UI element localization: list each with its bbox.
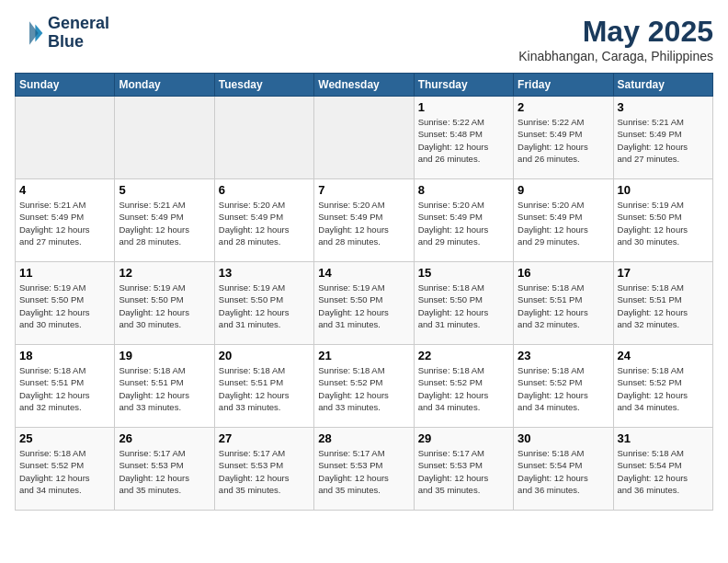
calendar-cell: 5Sunrise: 5:21 AM Sunset: 5:49 PM Daylig… [115,179,214,262]
day-number: 21 [318,349,409,362]
day-info: Sunrise: 5:18 AM Sunset: 5:51 PM Dayligh… [19,364,110,413]
day-number: 11 [19,266,110,280]
calendar-cell: 12Sunrise: 5:19 AM Sunset: 5:50 PM Dayli… [115,262,214,345]
svg-marker-1 [29,21,39,45]
weekday-header-sunday: Sunday [16,74,115,97]
day-number: 29 [418,431,509,445]
day-info: Sunrise: 5:18 AM Sunset: 5:52 PM Dayligh… [518,364,609,413]
calendar-cell: 16Sunrise: 5:18 AM Sunset: 5:51 PM Dayli… [514,262,613,345]
calendar-cell: 30Sunrise: 5:18 AM Sunset: 5:54 PM Dayli… [514,428,613,511]
day-number: 27 [219,431,310,445]
weekday-row: SundayMondayTuesdayWednesdayThursdayFrid… [16,74,713,97]
calendar-cell: 24Sunrise: 5:18 AM Sunset: 5:52 PM Dayli… [613,345,712,428]
day-number: 28 [318,431,409,445]
day-info: Sunrise: 5:20 AM Sunset: 5:49 PM Dayligh… [518,199,609,247]
calendar-cell: 29Sunrise: 5:17 AM Sunset: 5:53 PM Dayli… [414,428,513,511]
day-number: 7 [318,183,409,197]
day-info: Sunrise: 5:18 AM Sunset: 5:54 PM Dayligh… [618,447,709,496]
calendar-cell: 15Sunrise: 5:18 AM Sunset: 5:50 PM Dayli… [414,262,513,345]
day-number: 19 [119,349,210,362]
calendar-cell: 11Sunrise: 5:19 AM Sunset: 5:50 PM Dayli… [16,262,115,345]
day-info: Sunrise: 5:18 AM Sunset: 5:54 PM Dayligh… [518,447,609,496]
day-number: 1 [418,100,509,114]
calendar-cell [16,97,115,179]
day-number: 13 [219,266,310,280]
day-info: Sunrise: 5:19 AM Sunset: 5:50 PM Dayligh… [19,282,110,330]
day-info: Sunrise: 5:19 AM Sunset: 5:50 PM Dayligh… [618,199,709,247]
day-number: 3 [618,100,709,114]
day-info: Sunrise: 5:18 AM Sunset: 5:51 PM Dayligh… [219,364,310,413]
day-number: 9 [518,183,609,197]
calendar-cell: 23Sunrise: 5:18 AM Sunset: 5:52 PM Dayli… [514,345,613,428]
calendar-cell: 26Sunrise: 5:17 AM Sunset: 5:53 PM Dayli… [115,428,214,511]
day-number: 8 [418,183,509,197]
day-info: Sunrise: 5:18 AM Sunset: 5:51 PM Dayligh… [119,364,210,413]
weekday-header-friday: Friday [514,74,613,97]
calendar-cell: 18Sunrise: 5:18 AM Sunset: 5:51 PM Dayli… [16,345,115,428]
calendar-cell: 8Sunrise: 5:20 AM Sunset: 5:49 PM Daylig… [414,179,513,262]
day-info: Sunrise: 5:22 AM Sunset: 5:49 PM Dayligh… [518,116,609,165]
logo-text: General Blue [48,15,109,52]
calendar-cell: 21Sunrise: 5:18 AM Sunset: 5:52 PM Dayli… [314,345,414,428]
page-header: General Blue May 2025 Kinabhangan, Carag… [15,15,713,63]
day-info: Sunrise: 5:21 AM Sunset: 5:49 PM Dayligh… [19,199,110,247]
calendar-cell: 31Sunrise: 5:18 AM Sunset: 5:54 PM Dayli… [613,428,712,511]
calendar-cell [115,97,214,179]
calendar-cell [314,97,414,179]
calendar-table: SundayMondayTuesdayWednesdayThursdayFrid… [15,73,713,511]
day-info: Sunrise: 5:18 AM Sunset: 5:52 PM Dayligh… [318,364,409,413]
calendar-week-4: 18Sunrise: 5:18 AM Sunset: 5:51 PM Dayli… [16,345,713,428]
location: Kinabhangan, Caraga, Philippines [518,49,713,63]
day-info: Sunrise: 5:18 AM Sunset: 5:52 PM Dayligh… [418,364,509,413]
day-number: 24 [618,349,709,362]
calendar-week-2: 4Sunrise: 5:21 AM Sunset: 5:49 PM Daylig… [16,179,713,262]
calendar-week-3: 11Sunrise: 5:19 AM Sunset: 5:50 PM Dayli… [16,262,713,345]
day-number: 12 [119,266,210,280]
day-number: 15 [418,266,509,280]
day-number: 31 [618,431,709,445]
day-number: 22 [418,349,509,362]
day-info: Sunrise: 5:20 AM Sunset: 5:49 PM Dayligh… [219,199,310,247]
day-info: Sunrise: 5:18 AM Sunset: 5:51 PM Dayligh… [518,282,609,330]
day-info: Sunrise: 5:18 AM Sunset: 5:51 PM Dayligh… [618,282,709,330]
day-number: 4 [19,183,110,197]
calendar-cell: 4Sunrise: 5:21 AM Sunset: 5:49 PM Daylig… [16,179,115,262]
calendar-cell: 28Sunrise: 5:17 AM Sunset: 5:53 PM Dayli… [314,428,414,511]
calendar-cell: 27Sunrise: 5:17 AM Sunset: 5:53 PM Dayli… [214,428,313,511]
weekday-header-saturday: Saturday [613,74,712,97]
calendar-cell: 7Sunrise: 5:20 AM Sunset: 5:49 PM Daylig… [314,179,414,262]
calendar-week-1: 1Sunrise: 5:22 AM Sunset: 5:48 PM Daylig… [16,97,713,179]
day-info: Sunrise: 5:18 AM Sunset: 5:52 PM Dayligh… [19,447,110,496]
day-number: 30 [518,431,609,445]
day-number: 25 [19,431,110,445]
title-block: May 2025 Kinabhangan, Caraga, Philippine… [518,15,713,63]
calendar-body: 1Sunrise: 5:22 AM Sunset: 5:48 PM Daylig… [16,97,713,511]
day-number: 10 [618,183,709,197]
day-info: Sunrise: 5:20 AM Sunset: 5:49 PM Dayligh… [418,199,509,247]
calendar-cell: 10Sunrise: 5:19 AM Sunset: 5:50 PM Dayli… [613,179,712,262]
logo-icon [15,18,44,48]
calendar-week-5: 25Sunrise: 5:18 AM Sunset: 5:52 PM Dayli… [16,428,713,511]
day-info: Sunrise: 5:17 AM Sunset: 5:53 PM Dayligh… [318,447,409,496]
day-info: Sunrise: 5:19 AM Sunset: 5:50 PM Dayligh… [119,282,210,330]
day-info: Sunrise: 5:20 AM Sunset: 5:49 PM Dayligh… [318,199,409,247]
calendar-cell [214,97,313,179]
day-number: 2 [518,100,609,114]
day-info: Sunrise: 5:19 AM Sunset: 5:50 PM Dayligh… [318,282,409,330]
day-number: 17 [618,266,709,280]
weekday-header-thursday: Thursday [414,74,513,97]
weekday-header-wednesday: Wednesday [314,74,414,97]
day-info: Sunrise: 5:18 AM Sunset: 5:52 PM Dayligh… [618,364,709,413]
day-info: Sunrise: 5:18 AM Sunset: 5:50 PM Dayligh… [418,282,509,330]
day-info: Sunrise: 5:22 AM Sunset: 5:48 PM Dayligh… [418,116,509,165]
calendar-cell: 20Sunrise: 5:18 AM Sunset: 5:51 PM Dayli… [214,345,313,428]
calendar-cell: 17Sunrise: 5:18 AM Sunset: 5:51 PM Dayli… [613,262,712,345]
calendar-cell: 22Sunrise: 5:18 AM Sunset: 5:52 PM Dayli… [414,345,513,428]
day-info: Sunrise: 5:21 AM Sunset: 5:49 PM Dayligh… [618,116,709,165]
day-number: 16 [518,266,609,280]
day-number: 6 [219,183,310,197]
calendar-cell: 25Sunrise: 5:18 AM Sunset: 5:52 PM Dayli… [16,428,115,511]
day-number: 18 [19,349,110,362]
day-info: Sunrise: 5:19 AM Sunset: 5:50 PM Dayligh… [219,282,310,330]
calendar-cell: 9Sunrise: 5:20 AM Sunset: 5:49 PM Daylig… [514,179,613,262]
